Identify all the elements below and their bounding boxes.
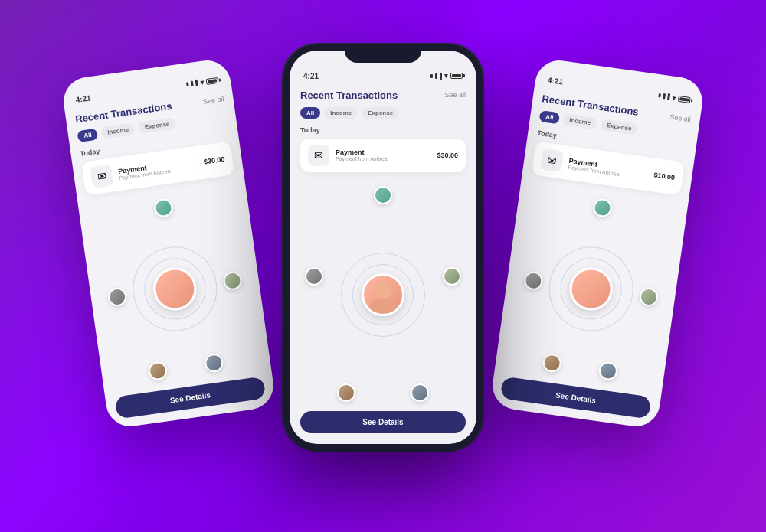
orbit-avatar-ml-left xyxy=(107,286,128,307)
orbit-avatar-bl-right xyxy=(542,352,562,373)
orbit-avatar-br-right xyxy=(597,361,618,381)
filter-tabs-center: All Income Expense xyxy=(300,107,466,119)
orbit-right xyxy=(443,267,461,286)
wifi-icon-right: ▾ xyxy=(672,93,676,102)
transaction-card-center: ✉ Payment Payment from Andrea $30.00 xyxy=(300,139,466,172)
orbit-top xyxy=(374,186,392,204)
orbit-avatar-mr-right xyxy=(638,286,659,307)
payment-icon-left: ✉ xyxy=(90,164,114,188)
filter-income-center[interactable]: Income xyxy=(324,107,358,119)
time-right: 4:21 xyxy=(547,75,563,86)
filter-all-center[interactable]: All xyxy=(300,107,320,119)
orbit-avatar-top-right xyxy=(592,197,613,217)
filter-income-right[interactable]: Income xyxy=(562,113,597,129)
payment-icon-right: ✉ xyxy=(540,148,565,172)
filter-all-left[interactable]: All xyxy=(77,128,98,142)
center-phone-screen: 4:21 ▾ Recent Transactions See all All xyxy=(290,51,476,444)
t-amount-right: $10.00 xyxy=(653,171,676,181)
payment-icon-center: ✉ xyxy=(308,145,329,166)
left-phone-card: 4:21 ▾ Recent Transactions See all All I… xyxy=(61,57,277,429)
see-details-btn-center[interactable]: See Details xyxy=(300,411,466,433)
orbit-avatar-mr-left xyxy=(222,270,243,291)
orbit-avatar-bl-left xyxy=(147,361,168,381)
orbit-avatar-ml-right xyxy=(523,270,544,291)
see-all-center[interactable]: See all xyxy=(444,91,466,99)
time-center: 4:21 xyxy=(303,72,319,80)
t-amount-left: $30.00 xyxy=(203,155,225,165)
orbit-avatar-top-left xyxy=(153,197,174,217)
see-all-left[interactable]: See all xyxy=(202,94,224,105)
avatar-network-right xyxy=(503,181,679,397)
orbit-avatar-br-left xyxy=(204,352,224,373)
center-phone-frame: 4:21 ▾ Recent Transactions See all All xyxy=(283,44,483,450)
orbit-bottom-left xyxy=(337,383,355,402)
right-phone-card: 4:21 ▾ Recent Transactions See all All I… xyxy=(489,57,705,429)
filter-expense-center[interactable]: Expense xyxy=(362,107,399,119)
avatar-network-center xyxy=(300,181,466,408)
filter-income-left[interactable]: Income xyxy=(100,122,136,139)
time-left: 4:21 xyxy=(75,93,91,104)
center-avatar-main xyxy=(362,273,404,316)
scene: 4:21 ▾ Recent Transactions See all All I… xyxy=(38,21,728,511)
notch xyxy=(345,44,421,63)
section-title-center: Recent Transactions xyxy=(300,90,398,101)
status-bar-center: 4:21 ▾ xyxy=(300,72,466,80)
filter-expense-right[interactable]: Expense xyxy=(600,119,639,135)
svg-point-0 xyxy=(375,282,391,300)
t-name-center: Payment xyxy=(336,149,388,156)
t-amount-center: $30.00 xyxy=(437,152,458,159)
avatar-network-left xyxy=(87,181,263,397)
see-all-right[interactable]: See all xyxy=(669,113,692,123)
wifi-icon-left: ▾ xyxy=(199,78,204,86)
t-sub-center: Payment from Andrea xyxy=(336,156,388,162)
svg-point-1 xyxy=(369,298,397,313)
filter-all-right[interactable]: All xyxy=(538,109,560,124)
filter-expense-left[interactable]: Expense xyxy=(138,117,177,134)
orbit-left xyxy=(305,267,323,286)
day-label-center: Today xyxy=(300,126,466,134)
wifi-icon-center: ▾ xyxy=(444,72,448,80)
orbit-bottom-right xyxy=(411,383,429,402)
